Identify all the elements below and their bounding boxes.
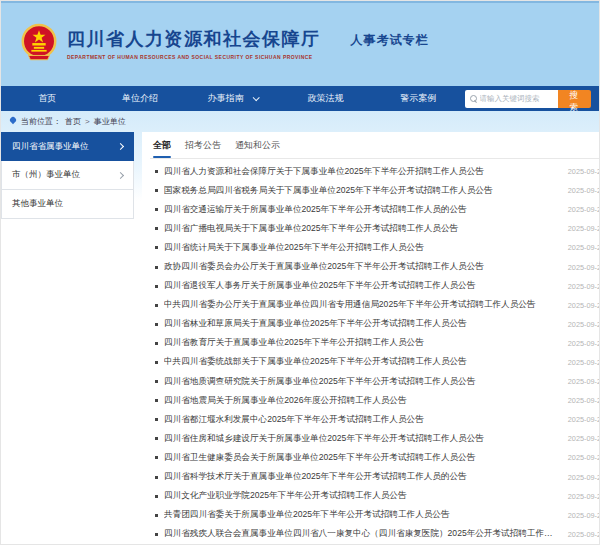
- site-title: 四川省人力资源和社会保障厅: [67, 27, 321, 51]
- breadcrumb-home-link[interactable]: 首页: [65, 116, 81, 127]
- site-title-block: 四川省人力资源和社会保障厅 DEPARTMENT OF HUMAN RESOUR…: [67, 27, 321, 60]
- list-item[interactable]: 政协四川省委员会办公厅关于直属事业单位2025年下半年公开考试招聘工作人员公告2…: [150, 257, 600, 276]
- bullet-icon: [155, 170, 158, 173]
- chevron-right-icon: [117, 171, 124, 178]
- search-button[interactable]: 搜索: [558, 90, 592, 108]
- list-item[interactable]: 四川省地震局关于所属事业单位2026年度公开招聘工作人员公告2025-09-26: [150, 391, 600, 410]
- bullet-icon: [155, 304, 158, 307]
- list-item[interactable]: 四川省都江堰水利发展中心2025年下半年公开考试招聘工作人员公告2025-09-…: [150, 410, 600, 429]
- bullet-icon: [155, 189, 158, 192]
- nav-item-about[interactable]: 单位介绍: [94, 92, 187, 105]
- list-item[interactable]: 四川省交通运输厅关于所属事业单位2025年下半年公开考试招聘工作人员的公告202…: [150, 200, 600, 219]
- sidebar-item-label: 四川省省属事业单位: [12, 141, 89, 153]
- bullet-icon: [155, 323, 158, 326]
- list-item[interactable]: 四川省人力资源和社会保障厅关于下属事业单位2025年下半年公开招聘工作人员公告2…: [150, 162, 600, 181]
- location-pin-icon: [9, 117, 17, 127]
- announcement-link[interactable]: 四川省广播电视局关于下属事业单位2025年下半年公开考试招聘工作人员公告: [164, 223, 560, 235]
- list-item[interactable]: 四川文化产业职业学院2025年下半年公开考试招聘工作人员公告2025-09-26: [150, 487, 600, 506]
- list-item[interactable]: 四川省教育厅关于直属事业单位2025年下半年公开招聘工作人员公告2025-09-…: [150, 334, 600, 353]
- announcement-link[interactable]: 四川省住房和城乡建设厅关于所属事业单位2025年下半年公开考试招聘工作人员公告: [164, 433, 560, 445]
- announcement-list: 四川省人力资源和社会保障厅关于下属事业单位2025年下半年公开招聘工作人员公告2…: [150, 159, 600, 544]
- list-item[interactable]: 四川省地质调查研究院关于所属事业单位2025年下半年公开考试招聘工作人员公告20…: [150, 372, 600, 391]
- announcement-date: 2025-09-26: [568, 339, 600, 348]
- sidebar-item-label: 其他事业单位: [12, 198, 63, 210]
- announcement-panel: 全部 招考公告 通知和公示 四川省人力资源和社会保障厅关于下属事业单位2025年…: [142, 132, 600, 545]
- list-item[interactable]: 中共四川省委统战部关于下属事业单位2025年下半年公开考试招聘工作人员公告202…: [150, 353, 600, 372]
- bullet-icon: [155, 266, 158, 269]
- bullet-icon: [155, 246, 158, 249]
- announcement-link[interactable]: 四川省人力资源和社会保障厅关于下属事业单位2025年下半年公开招聘工作人员公告: [164, 166, 560, 178]
- main-nav: 首页 单位介绍 办事指南 政策法规 警示案例 搜索: [1, 86, 599, 111]
- search-area: 搜索: [465, 90, 592, 108]
- list-item[interactable]: 共青团四川省委关于所属事业单位2025年下半年公开考试招聘工作人员公告2025-…: [150, 506, 600, 525]
- bullet-icon: [155, 418, 158, 421]
- announcement-date: 2025-09-26: [568, 377, 600, 386]
- list-item[interactable]: 四川省住房和城乡建设厅关于所属事业单位2025年下半年公开考试招聘工作人员公告2…: [150, 429, 600, 448]
- announcement-date: 2025-09-26: [568, 301, 600, 310]
- list-item[interactable]: 四川省残疾人联合会直属事业单位四川省八一康复中心（四川省康复医院）2025年公开…: [150, 525, 600, 544]
- announcement-date: 2025-09-26: [568, 492, 600, 501]
- nav-item-label: 警示案例: [400, 92, 436, 105]
- breadcrumb-current: 事业单位: [94, 116, 126, 127]
- announcement-link[interactable]: 四川省退役军人事务厅关于所属事业单位2025年下半年公开考试招聘工作人员公告: [164, 280, 560, 292]
- announcement-link[interactable]: 四川省地质调查研究院关于所属事业单位2025年下半年公开考试招聘工作人员公告: [164, 376, 560, 388]
- page-body: 当前位置： 首页 > 事业单位 四川省省属事业单位 市（州）事业单位 其他事业单…: [1, 111, 599, 545]
- announcement-link[interactable]: 中共四川省委办公厅关于直属事业单位四川省专用通信局2025年下半年公开考试招聘工…: [164, 299, 560, 311]
- list-item[interactable]: 四川省统计局关于下属事业单位2025年下半年公开招聘工作人员公告2025-09-…: [150, 238, 600, 257]
- list-item[interactable]: 四川省退役军人事务厅关于所属事业单位2025年下半年公开考试招聘工作人员公告20…: [150, 277, 600, 296]
- announcement-link[interactable]: 四川省教育厅关于直属事业单位2025年下半年公开招聘工作人员公告: [164, 337, 560, 349]
- nav-item-cases[interactable]: 警示案例: [372, 92, 465, 105]
- announcement-date: 2025-09-26: [568, 434, 600, 443]
- tab-public-notices[interactable]: 通知和公示: [235, 132, 280, 158]
- announcement-link[interactable]: 中共四川省委统战部关于下属事业单位2025年下半年公开考试招聘工作人员公告: [164, 356, 560, 368]
- tab-all[interactable]: 全部: [153, 132, 171, 158]
- announcement-link[interactable]: 共青团四川省委关于所属事业单位2025年下半年公开考试招聘工作人员公告: [164, 509, 560, 521]
- list-item[interactable]: 四川省林业和草原局关于直属事业单位2025年下半年公开考试招聘工作人员公告202…: [150, 315, 600, 334]
- announcement-link[interactable]: 四川省残疾人联合会直属事业单位四川省八一康复中心（四川省康复医院）2025年公开…: [164, 528, 560, 540]
- search-input[interactable]: [480, 94, 558, 103]
- breadcrumb-label: 当前位置：: [21, 116, 61, 127]
- list-item[interactable]: 四川省科学技术厅关于直属事业单位2025年下半年公开考试招聘工作人员的公告202…: [150, 468, 600, 487]
- nav-item-home[interactable]: 首页: [1, 92, 94, 105]
- chevron-down-icon: [252, 94, 259, 101]
- announcement-date: 2025-09-26: [568, 186, 600, 195]
- chevron-right-icon: [117, 143, 124, 150]
- national-emblem-logo: [19, 23, 59, 65]
- nav-item-policy[interactable]: 政策法规: [279, 92, 372, 105]
- announcement-link[interactable]: 政协四川省委员会办公厅关于直属事业单位2025年下半年公开考试招聘工作人员公告: [164, 261, 560, 273]
- announcement-link[interactable]: 四川省卫生健康委员会关于所属事业单位2025年下半年公开考试招聘工作人员公告: [164, 452, 560, 464]
- announcement-link[interactable]: 四川省交通运输厅关于所属事业单位2025年下半年公开考试招聘工作人员的公告: [164, 204, 560, 216]
- bullet-icon: [155, 456, 158, 459]
- nav-item-label: 单位介绍: [122, 92, 158, 105]
- list-item[interactable]: 国家税务总局四川省税务局关于下属事业单位2025年下半年公开考试招聘工作人员公告…: [150, 181, 600, 200]
- list-item[interactable]: 中共四川省委办公厅关于直属事业单位四川省专用通信局2025年下半年公开考试招聘工…: [150, 296, 600, 315]
- announcement-link[interactable]: 四川文化产业职业学院2025年下半年公开考试招聘工作人员公告: [164, 490, 560, 502]
- breadcrumb: 当前位置： 首页 > 事业单位: [1, 111, 599, 132]
- bullet-icon: [155, 399, 158, 402]
- announcement-link[interactable]: 四川省都江堰水利发展中心2025年下半年公开考试招聘工作人员公告: [164, 414, 560, 426]
- sidebar-item-provincial-units[interactable]: 四川省省属事业单位: [1, 132, 134, 161]
- announcement-date: 2025-09-26: [568, 263, 600, 272]
- nav-item-label: 政策法规: [307, 92, 343, 105]
- bullet-icon: [155, 285, 158, 288]
- announcement-link[interactable]: 国家税务总局四川省税务局关于下属事业单位2025年下半年公开考试招聘工作人员公告: [164, 185, 560, 197]
- list-item[interactable]: 四川省广播电视局关于下属事业单位2025年下半年公开考试招聘工作人员公告2025…: [150, 219, 600, 238]
- sidebar-item-other-units[interactable]: 其他事业单位: [1, 190, 134, 219]
- list-item[interactable]: 四川省卫生健康委员会关于所属事业单位2025年下半年公开考试招聘工作人员公告20…: [150, 448, 600, 467]
- announcement-link[interactable]: 四川省林业和草原局关于直属事业单位2025年下半年公开考试招聘工作人员公告: [164, 318, 560, 330]
- tab-bar: 全部 招考公告 通知和公示: [150, 132, 600, 159]
- bullet-icon: [155, 208, 158, 211]
- nav-item-guide[interactable]: 办事指南: [186, 92, 279, 105]
- tab-recruit-notices[interactable]: 招考公告: [185, 132, 221, 158]
- category-sidebar: 四川省省属事业单位 市（州）事业单位 其他事业单位: [1, 132, 134, 219]
- announcement-date: 2025-09-26: [568, 167, 600, 176]
- bullet-icon: [155, 533, 158, 536]
- announcement-date: 2025-09-26: [568, 453, 600, 462]
- announcement-link[interactable]: 四川省科学技术厅关于直属事业单位2025年下半年公开考试招聘工作人员的公告: [164, 471, 560, 483]
- sidebar-item-city-units[interactable]: 市（州）事业单位: [1, 161, 134, 190]
- bullet-icon: [155, 380, 158, 383]
- announcement-link[interactable]: 四川省统计局关于下属事业单位2025年下半年公开招聘工作人员公告: [164, 242, 560, 254]
- bullet-icon: [155, 227, 158, 230]
- announcement-link[interactable]: 四川省地震局关于所属事业单位2026年度公开招聘工作人员公告: [164, 395, 560, 407]
- site-banner: 四川省人力资源和社会保障厅 DEPARTMENT OF HUMAN RESOUR…: [1, 1, 599, 86]
